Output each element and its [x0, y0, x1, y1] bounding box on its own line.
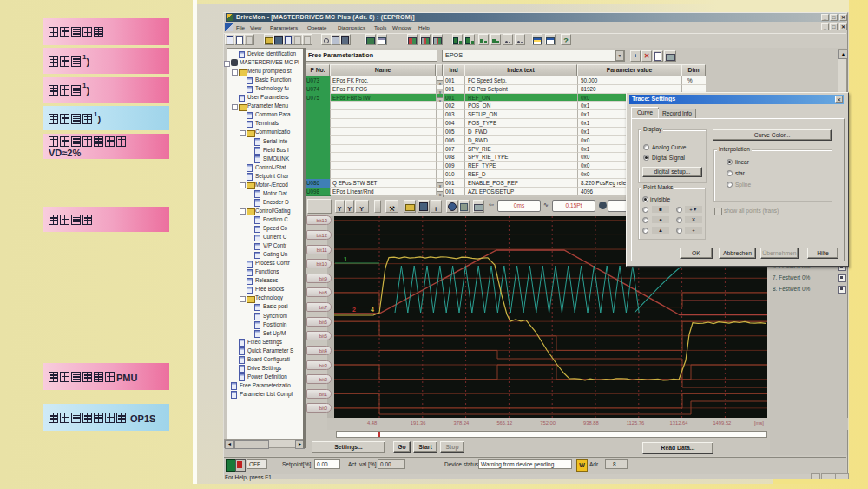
svg-text:4: 4 [371, 307, 374, 313]
svg-text:1: 1 [344, 256, 347, 262]
svg-text:2: 2 [352, 307, 356, 313]
